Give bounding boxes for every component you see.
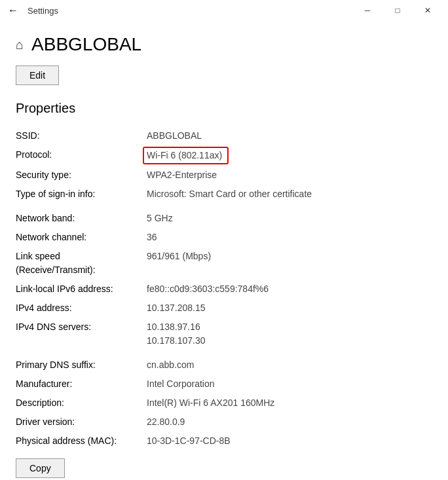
property-value: ABBGLOBAL [147, 126, 432, 145]
section-title: Properties [16, 101, 432, 116]
home-icon: ⌂ [16, 37, 24, 52]
property-value: 961/961 (Mbps) [147, 247, 432, 280]
table-row: Network channel:36 [16, 228, 432, 247]
property-label: Network band: [16, 209, 147, 228]
property-value: 22.80.0.9 [147, 413, 432, 432]
property-value: Wi-Fi 6 (802.11ax) [147, 145, 432, 166]
table-row: Description:Intel(R) Wi-Fi 6 AX201 160MH… [16, 394, 432, 413]
property-value: 10.138.97.1610.178.107.30 [147, 318, 432, 350]
property-label: SSID: [16, 126, 147, 145]
table-row: Protocol:Wi-Fi 6 (802.11ax) [16, 145, 432, 166]
titlebar: ← Settings ─ □ ✕ [0, 0, 448, 21]
copy-button[interactable]: Copy [16, 458, 65, 478]
properties-section: Properties SSID:ABBGLOBALProtocol:Wi-Fi … [16, 101, 432, 451]
minimize-button[interactable]: ─ [352, 0, 383, 21]
back-button[interactable]: ← [5, 5, 21, 16]
maximize-button[interactable]: □ [383, 0, 413, 21]
property-label: Manufacturer: [16, 375, 147, 394]
close-button[interactable]: ✕ [413, 0, 443, 21]
property-value: WPA2-Enterprise [147, 166, 432, 185]
property-label: Primary DNS suffix: [16, 356, 147, 375]
property-value: 10-3D-1C-97-CD-8B [147, 432, 432, 451]
property-label: Type of sign-in info: [16, 185, 147, 204]
property-label: Link-local IPv6 address: [16, 280, 147, 299]
table-row: Type of sign-in info:Microsoft: Smart Ca… [16, 185, 432, 204]
table-row: IPv4 address:10.137.208.15 [16, 299, 432, 318]
property-label: Driver version: [16, 413, 147, 432]
table-row: Security type:WPA2-Enterprise [16, 166, 432, 185]
property-value: Intel(R) Wi-Fi 6 AX201 160MHz [147, 394, 432, 413]
property-value: fe80::c0d9:3603:c559:784f%6 [147, 280, 432, 299]
edit-button[interactable]: Edit [16, 65, 59, 85]
property-label: Link speed (Receive/Transmit): [16, 247, 147, 280]
table-row: Link speed (Receive/Transmit):961/961 (M… [16, 247, 432, 280]
table-row: Manufacturer:Intel Corporation [16, 375, 432, 394]
property-label: Security type: [16, 166, 147, 185]
property-value: cn.abb.com [147, 356, 432, 375]
property-value: 36 [147, 228, 432, 247]
page-title: ABBGLOBAL [31, 34, 141, 55]
property-label: Network channel: [16, 228, 147, 247]
property-label: Physical address (MAC): [16, 432, 147, 451]
table-row: Driver version:22.80.0.9 [16, 413, 432, 432]
table-row: Physical address (MAC):10-3D-1C-97-CD-8B [16, 432, 432, 451]
table-row: Network band:5 GHz [16, 209, 432, 228]
property-label: IPv4 DNS servers: [16, 318, 147, 350]
table-row: Primary DNS suffix:cn.abb.com [16, 356, 432, 375]
page-header: ⌂ ABBGLOBAL [16, 34, 432, 55]
properties-table: SSID:ABBGLOBALProtocol:Wi-Fi 6 (802.11ax… [16, 126, 432, 451]
property-label: Description: [16, 394, 147, 413]
table-row: SSID:ABBGLOBAL [16, 126, 432, 145]
property-value: 10.137.208.15 [147, 299, 432, 318]
window-controls: ─ □ ✕ [352, 0, 443, 21]
table-row: Link-local IPv6 address:fe80::c0d9:3603:… [16, 280, 432, 299]
property-value: Microsoft: Smart Card or other certifica… [147, 185, 432, 204]
property-label: IPv4 address: [16, 299, 147, 318]
property-value: Intel Corporation [147, 375, 432, 394]
titlebar-title: Settings [28, 6, 352, 16]
property-value: 5 GHz [147, 209, 432, 228]
main-content: ⌂ ABBGLOBAL Edit Properties SSID:ABBGLOB… [0, 21, 448, 480]
property-label: Protocol: [16, 145, 147, 166]
table-row: IPv4 DNS servers:10.138.97.1610.178.107.… [16, 318, 432, 350]
